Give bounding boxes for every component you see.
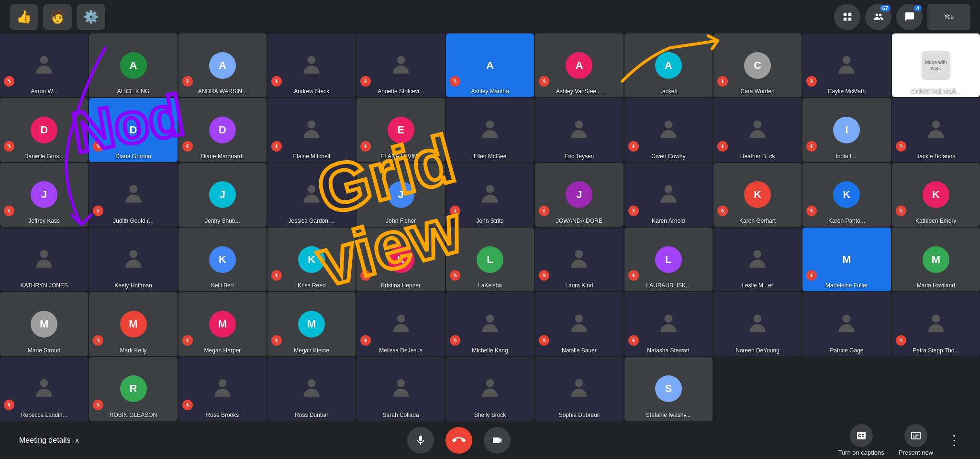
avatar: A (566, 52, 592, 79)
thumbs-up-button[interactable]: 👍 (10, 4, 38, 30)
participant-tile[interactable]: KKaren Gerhart (713, 163, 802, 227)
participant-name: Mark Kelly (89, 347, 177, 354)
participant-tile[interactable]: Natasha Stewart (624, 292, 713, 356)
participant-tile[interactable]: MMadeleine Fuller (802, 228, 891, 291)
participant-tile[interactable]: DDiana Gordon (89, 98, 177, 162)
settings-button[interactable]: ⚙️ (77, 4, 105, 30)
participant-tile[interactable]: Judith Gould (... (89, 163, 177, 227)
participant-tile[interactable]: EELANA LEVINE (356, 98, 445, 162)
participant-tile[interactable]: Karen Arnold (624, 163, 713, 227)
avatar: K (388, 246, 414, 273)
participant-tile[interactable]: AAshley VanSteel... (535, 33, 623, 97)
participant-tile[interactable]: JJOWANDA DORE (535, 163, 623, 227)
participant-tile[interactable]: Andrew Steck (267, 33, 356, 97)
participant-tile[interactable]: IIndia L... (802, 98, 891, 162)
participant-tile[interactable]: Heather B..ck (713, 98, 802, 162)
participant-tile[interactable]: JJenny Shub... (178, 163, 267, 227)
avatar: I (833, 117, 860, 143)
participant-tile[interactable]: Eric Teysen (535, 98, 623, 162)
participant-tile[interactable]: Elaine Mitchell (267, 98, 356, 162)
participant-tile[interactable]: DDiane Marquardt (178, 98, 267, 162)
participant-tile[interactable]: AAshley Mantha (446, 33, 534, 97)
participant-tile[interactable]: JJeffrey Kass (0, 163, 88, 227)
participant-name: Sophia Dubreuil (535, 412, 623, 418)
participant-tile[interactable]: Patrice Gage (802, 292, 891, 356)
svg-point-22 (486, 120, 494, 129)
participant-tile[interactable]: Noreen DeYoung (713, 292, 802, 356)
participant-tile[interactable]: MMegan Kierce (267, 292, 356, 356)
participant-tile[interactable]: LLaKeisha (446, 228, 534, 291)
participant-tile[interactable]: Sophia Dubreuil (535, 357, 623, 421)
participant-tile[interactable]: KKathleen Emery (892, 163, 980, 227)
participant-tile[interactable]: DDanielle Gros... (0, 98, 88, 162)
participant-tile[interactable]: SStefanie Iwashy... (624, 357, 713, 421)
participant-tile[interactable]: MMegan Harper (178, 292, 267, 356)
participant-tile[interactable]: Jackie Bolanos (892, 98, 980, 162)
camera-button[interactable] (484, 427, 511, 454)
participant-tile[interactable]: Keely Hoffman (89, 228, 177, 291)
participant-tile[interactable]: AALICE KING (89, 33, 177, 97)
participant-name: ALICE KING (89, 88, 177, 95)
participant-name: Stefanie Iwashy... (624, 412, 713, 418)
top-bar-left: 👍 🧑 ⚙️ (10, 4, 105, 30)
participant-tile[interactable]: Made with workCHRISTINE NOR... (892, 33, 980, 97)
participant-name: Diane Marquardt (178, 153, 267, 160)
mic-button[interactable] (407, 427, 434, 454)
participants-button[interactable]: 67 (865, 4, 891, 30)
participant-tile[interactable]: Jessica Gardon-... (267, 163, 356, 227)
participant-tile[interactable]: Gwen Cowhy (624, 98, 713, 162)
emoji-button[interactable]: 🧑 (43, 4, 72, 30)
meeting-details[interactable]: Meeting details ∧ (19, 436, 79, 445)
participant-tile[interactable]: Leslie M...er (713, 228, 802, 291)
participant-tile[interactable]: A..ackett (624, 33, 713, 97)
participant-tile[interactable]: Melissa DeJesus (356, 292, 445, 356)
captions-action[interactable]: Turn on captions (838, 424, 884, 456)
participant-tile[interactable]: JJohn Fisher (356, 163, 445, 227)
participant-tile[interactable]: KKriss Reed (267, 228, 356, 291)
participant-name: Leslie M...er (713, 282, 802, 289)
participant-tile[interactable]: RROBIN GLEASON (89, 357, 177, 421)
participant-tile[interactable]: Laura Kind (535, 228, 623, 291)
participant-tile[interactable]: MMark Kelly (89, 292, 177, 356)
participant-tile[interactable]: Ross Dunbar (267, 357, 356, 421)
participant-tile[interactable]: LLAURAUBLISK... (624, 228, 713, 291)
svg-point-62 (664, 315, 672, 323)
participant-tile[interactable]: Petra Stepp Tho... (892, 292, 980, 356)
participant-tile[interactable]: Aaron W... (0, 33, 88, 97)
participant-tile[interactable]: Caylie McMath (802, 33, 891, 97)
participant-tile[interactable]: MMaria Haviland (892, 228, 980, 291)
participant-tile[interactable]: MMarie Stroud (0, 292, 88, 356)
avatar: L (477, 246, 503, 273)
avatar: D (31, 117, 57, 143)
more-options-button[interactable]: ⋮ (947, 432, 961, 448)
participant-name: Elaine Mitchell (267, 153, 356, 160)
avatar: J (209, 181, 236, 208)
end-call-button[interactable] (445, 427, 472, 454)
captions-icon (850, 424, 873, 447)
present-now-action[interactable]: Present now (899, 424, 933, 456)
participant-tile[interactable]: Natalie Bauer (535, 292, 623, 356)
chat-button[interactable]: 4 (896, 4, 923, 30)
participant-tile[interactable]: KKristina Hepner (356, 228, 445, 291)
participant-tile[interactable]: KKelli Bert (178, 228, 267, 291)
participant-tile[interactable]: Rebecca Landin... (0, 357, 88, 421)
avatar: M (298, 311, 325, 338)
participant-tile[interactable]: Sarah Collada (356, 357, 445, 421)
participant-tile[interactable]: Shelly Brock (446, 357, 534, 421)
participant-tile[interactable]: CCara Worden (713, 33, 802, 97)
participant-tile[interactable]: KKaren Panto... (802, 163, 891, 227)
svg-point-68 (40, 379, 48, 387)
participant-name: Maria Haviland (892, 282, 980, 289)
participant-tile[interactable]: John Strite (446, 163, 534, 227)
participant-tile[interactable]: AANDRA WARSIN... (178, 33, 267, 97)
participant-tile[interactable]: KATHRYN JONES (0, 228, 88, 291)
participant-tile[interactable]: Annette Stolcevi... (356, 33, 445, 97)
participant-tile[interactable]: Ellen McGee (446, 98, 534, 162)
participant-name: Ellen McGee (446, 153, 534, 160)
participant-tile[interactable]: Rose Brooks (178, 357, 267, 421)
participant-name: Kriss Reed (267, 282, 356, 289)
participant-name: Michelle Kang (446, 347, 534, 354)
participant-tile[interactable]: Michelle Kang (446, 292, 534, 356)
grid-view-button[interactable] (834, 4, 860, 30)
avatar: K (209, 246, 236, 273)
